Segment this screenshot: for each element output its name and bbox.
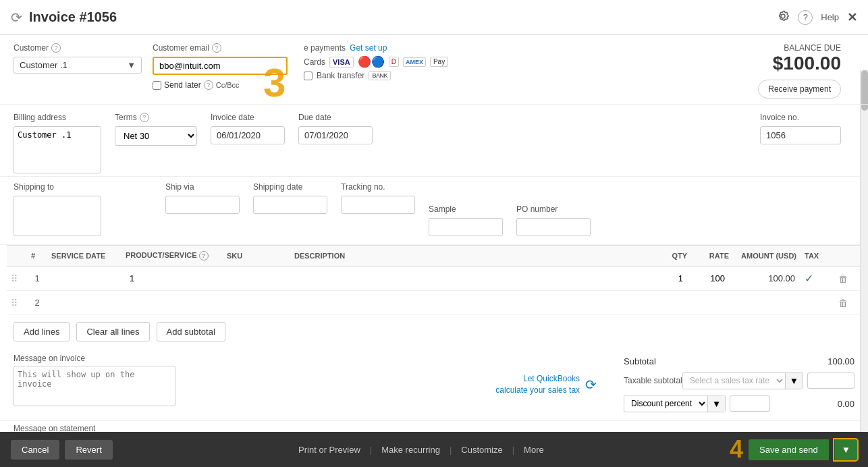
row-1-tax-check[interactable]: ✓: [805, 273, 813, 284]
drag-handle[interactable]: ⠿: [11, 298, 18, 308]
col-action-header: [834, 246, 861, 267]
send-later-info-icon[interactable]: ?: [204, 80, 213, 90]
header-right: ? Help ✕: [776, 9, 857, 25]
shipping-to-input[interactable]: [13, 196, 101, 236]
qb-calc-text: Let QuickBookscalculate your sales tax: [495, 373, 580, 396]
bank-transfer-checkbox[interactable]: [304, 72, 313, 80]
discount-arrow-button[interactable]: ▼: [707, 396, 725, 412]
product-info-icon[interactable]: ?: [199, 251, 209, 260]
customer-select[interactable]: Customer .1 ▼: [13, 57, 142, 74]
send-later-checkbox[interactable]: [153, 81, 161, 90]
sample-input[interactable]: [429, 218, 503, 236]
save-and-send-button[interactable]: Save and send: [749, 439, 829, 460]
shipping-date-input[interactable]: [253, 196, 327, 214]
subtotal-row: Subtotal 100.00: [624, 354, 855, 369]
row-2-rate[interactable]: [695, 295, 729, 310]
col-rate-header: RATE: [691, 246, 733, 267]
balance-label: BALANCE DUE: [758, 43, 841, 53]
qb-calc-link[interactable]: Let QuickBookscalculate your sales tax ⟳: [495, 373, 597, 396]
row-2-description[interactable]: [294, 295, 645, 310]
customer-info-icon[interactable]: ?: [51, 43, 61, 53]
customize-link[interactable]: Customize: [452, 445, 512, 455]
footer-center: Print or Preview | Make recurring | Cust…: [289, 445, 553, 455]
close-icon[interactable]: ✕: [847, 10, 857, 25]
terms-select-wrapper[interactable]: Net 30: [115, 126, 197, 146]
revert-button[interactable]: Revert: [65, 440, 112, 460]
po-number-input[interactable]: [516, 218, 591, 236]
payment-icons-row: Cards VISA 🔴🔵 D AMEX Pay: [304, 55, 448, 68]
billing-address-input[interactable]: Customer .1: [13, 126, 101, 173]
bank-transfer-label: Bank transfer: [317, 71, 364, 80]
customer-label: Customer ?: [13, 43, 142, 53]
more-link[interactable]: More: [514, 445, 553, 455]
customer-email-label: Customer email ?: [153, 43, 288, 53]
message-invoice-input[interactable]: [13, 366, 175, 406]
row-2-sku[interactable]: [227, 295, 286, 310]
tax-arrow-button[interactable]: ▼: [785, 373, 803, 389]
receive-payment-button[interactable]: Receive payment: [758, 80, 841, 99]
message-section: Message on invoice: [13, 354, 468, 415]
clear-all-lines-button[interactable]: Clear all lines: [76, 322, 149, 341]
discount-input[interactable]: [730, 395, 770, 412]
ship-via-group: Ship via: [165, 182, 240, 214]
make-recurring-link[interactable]: Make recurring: [372, 445, 450, 455]
scrollbar[interactable]: [860, 70, 868, 432]
terms-info-icon[interactable]: ?: [140, 113, 149, 122]
row-1-sku[interactable]: [227, 271, 286, 286]
bottom-actions-bar: Add lines Clear all lines Add subtotal: [0, 315, 868, 348]
col-sku-header: SKU: [223, 246, 290, 267]
invoice-no-label: Invoice no.: [760, 113, 841, 122]
add-lines-button[interactable]: Add lines: [13, 322, 70, 341]
row-1-qty[interactable]: [653, 271, 687, 286]
due-date-input[interactable]: [298, 126, 373, 144]
customer-dropdown-icon[interactable]: ▼: [127, 60, 136, 70]
row-2-service-date[interactable]: [51, 295, 117, 310]
tracking-no-group: Tracking no.: [341, 182, 415, 214]
drag-handle[interactable]: ⠿: [11, 273, 18, 284]
message-statement-label: Message on statement: [0, 420, 868, 432]
add-subtotal-button[interactable]: Add subtotal: [157, 322, 225, 341]
subtotal-value: 100.00: [828, 356, 855, 366]
discount-select-wrapper[interactable]: Discount percent Discount value ▼: [624, 395, 726, 412]
row-1-product[interactable]: [126, 271, 219, 286]
balance-amount: $100.00: [758, 53, 841, 74]
tax-select-wrapper[interactable]: Select a sales tax rate ▼: [682, 372, 803, 389]
gear-icon[interactable]: [776, 9, 790, 25]
invoice-date-input[interactable]: [211, 126, 285, 144]
ship-via-input[interactable]: [165, 196, 240, 214]
question-icon[interactable]: ?: [798, 10, 813, 25]
invoice-date-label: Invoice date: [211, 113, 285, 122]
print-preview-link[interactable]: Print or Preview: [289, 445, 370, 455]
row-1-description[interactable]: [294, 271, 645, 286]
customer-email-input[interactable]: [159, 61, 281, 71]
invoice-no-input[interactable]: [760, 126, 841, 144]
help-label[interactable]: Help: [821, 12, 839, 22]
col-num-header: #: [27, 246, 47, 267]
taxable-subtotal-label: Taxable subtotal: [624, 376, 682, 385]
tracking-no-input[interactable]: [341, 196, 415, 214]
tax-value-input[interactable]: [807, 373, 855, 389]
due-date-group: Due date: [298, 113, 373, 144]
terms-select[interactable]: Net 30: [115, 127, 196, 145]
tax-select-area: Select a sales tax rate ▼: [682, 372, 855, 389]
sample-label: Sample: [429, 204, 503, 214]
row-2-product[interactable]: [126, 295, 219, 310]
email-info-icon[interactable]: ?: [212, 43, 221, 53]
cancel-button[interactable]: Cancel: [11, 440, 59, 460]
discount-value: 0.00: [838, 399, 855, 409]
save-send-dropdown-button[interactable]: ▼: [834, 439, 857, 460]
customer-value: Customer .1: [20, 60, 67, 70]
table-row: ⠿ 1 100.00 ✓ 🗑: [7, 267, 861, 291]
row-1-service-date[interactable]: [51, 271, 117, 286]
payments-section: e payments Get set up Cards VISA 🔴🔵 D AM…: [304, 43, 448, 80]
get-set-up-link[interactable]: Get set up: [350, 43, 387, 53]
po-number-label: PO number: [516, 204, 591, 214]
row-2-qty[interactable]: [653, 295, 687, 310]
row-2-delete-icon[interactable]: 🗑: [838, 298, 848, 308]
tax-rate-select[interactable]: Select a sales tax rate: [683, 373, 785, 389]
email-field-wrapper: [153, 57, 288, 75]
cc-bcc-link[interactable]: Cc/Bcc: [216, 81, 240, 89]
row-1-delete-icon[interactable]: 🗑: [838, 273, 848, 284]
discount-type-select[interactable]: Discount percent Discount value: [624, 395, 707, 412]
row-1-rate[interactable]: [695, 271, 729, 286]
